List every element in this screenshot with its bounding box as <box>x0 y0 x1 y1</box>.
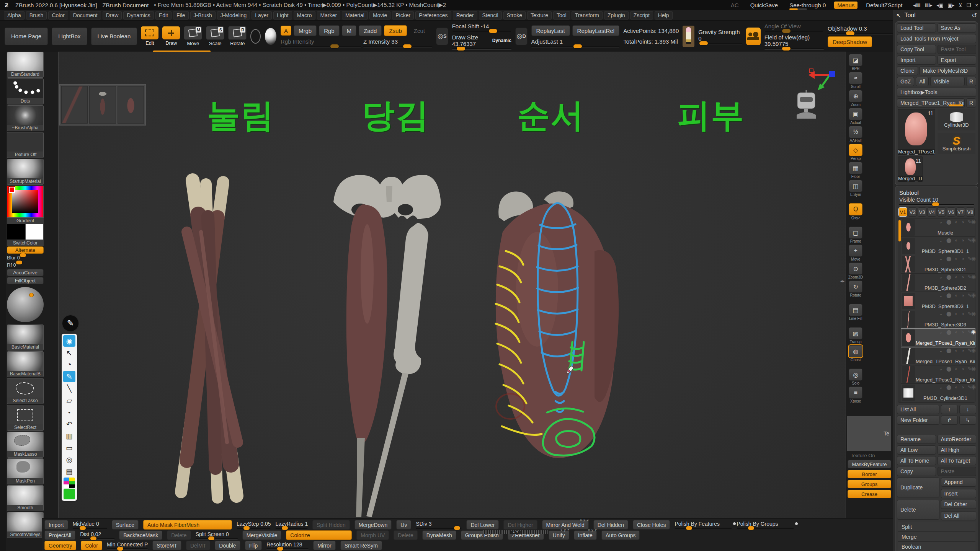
eye-icon[interactable]: ◉ <box>63 335 75 347</box>
blur-slider[interactable]: Blur 0 <box>7 255 44 261</box>
rename-button[interactable]: Rename <box>897 435 936 444</box>
dock-collapse-icon[interactable]: ↖ <box>896 12 901 19</box>
bottom-bar-control[interactable]: Close Holes <box>633 520 670 530</box>
subtool-item-icons[interactable]: ⌄ ⬤ ◐ ◑ ✎ <box>939 366 973 372</box>
eye-icon[interactable]: ◉ <box>971 329 976 335</box>
delete-button[interactable]: Delete <box>897 500 939 520</box>
dots-stroke-icon[interactable]: ◎D <box>515 28 528 45</box>
bottom-bar-control[interactable]: Split Screen 0 <box>196 531 238 539</box>
secondary-color-swatch[interactable] <box>25 224 44 240</box>
right-shelf-button[interactable]: ⊙ Zoom3D <box>848 262 863 279</box>
cylinder3d-tool[interactable]: Cylinder3D <box>938 109 975 130</box>
switch-color-swatches[interactable] <box>7 224 44 240</box>
draw-size-slider[interactable]: Draw Size 43.76337Dynamic <box>452 34 511 49</box>
move-mode-button[interactable]: M Move <box>184 26 202 46</box>
bottom-bar-control[interactable]: Colorize <box>286 530 352 540</box>
right-shelf-button[interactable]: ▤ Line Fill <box>849 304 862 321</box>
menu-item[interactable]: J-Brush <box>190 11 216 20</box>
bottom-bar-control[interactable]: Flip <box>245 541 262 550</box>
menu-item[interactable]: J-Modeling <box>217 11 250 20</box>
draw-mode-button[interactable]: Draw <box>162 26 180 46</box>
goz-all-button[interactable]: All <box>916 77 929 86</box>
eye-icon[interactable]: ◉ <box>971 347 976 353</box>
bottom-bar-control[interactable]: Morph UV <box>356 530 389 540</box>
all-to-target-button[interactable]: All To Target <box>938 456 977 465</box>
bottom-bar-control[interactable]: Min Connected P <box>107 541 148 549</box>
sidebar-thumb[interactable]: Texture Off <box>7 132 44 158</box>
paste-tool-button[interactable]: Paste Tool <box>938 45 977 54</box>
paste-subtool-button[interactable]: Paste <box>938 467 977 476</box>
subtool-view-tab[interactable]: V5 <box>937 207 946 217</box>
bottom-bar-control[interactable]: Smart ReSym <box>340 541 382 550</box>
rotate-mode-button[interactable]: R Rotate <box>228 26 247 46</box>
menu-item[interactable]: Light <box>273 11 292 20</box>
bottom-bar-control[interactable]: MidValue 0 <box>73 521 107 529</box>
current-brush-icon[interactable] <box>250 29 261 44</box>
all-high-button[interactable]: All High <box>938 445 977 455</box>
eye-icon[interactable]: ◉ <box>971 274 976 280</box>
color-picker[interactable] <box>7 186 44 218</box>
quicksave-button[interactable]: QuickSave <box>747 2 781 8</box>
bottom-bar-control[interactable]: ProjectAll <box>44 530 75 540</box>
bottom-bar-control[interactable]: SDiv 3 <box>416 521 462 529</box>
goz-r-button[interactable]: R <box>966 77 976 86</box>
menu-item[interactable]: Tool <box>553 11 570 20</box>
right-shelf-button[interactable]: Q Qxyz <box>849 203 862 220</box>
autoreorder-button[interactable]: AutoReorder <box>938 435 977 444</box>
right-shelf-button[interactable]: ≡ Xpose <box>849 386 862 403</box>
redo-history-icon[interactable]: ‖‖‖▸ <box>923 2 934 8</box>
mask-by-feature-button[interactable]: MaskByFeature <box>848 460 891 468</box>
clone-button[interactable]: Clone <box>897 66 918 75</box>
history-thumb-1[interactable] <box>61 86 88 124</box>
pen-menu-button[interactable]: ✎ <box>62 315 79 332</box>
right-shelf-button[interactable]: ◇ Persp <box>849 144 862 161</box>
right-shelf-button[interactable]: ½ AAHalf <box>849 126 862 143</box>
current-tool-thumbnail[interactable]: 11 Merged_TPose1_ <box>898 109 935 155</box>
subtool-item-icons[interactable]: ⌄ ⬤ ◐ ◑ ✎ <box>939 311 973 316</box>
right-shelf-button[interactable]: ◎ Solo <box>849 368 862 385</box>
move-up-icon[interactable]: ↑ <box>941 405 958 414</box>
bottom-bar-control[interactable]: StoreMT <box>152 541 181 550</box>
eraser-icon[interactable]: ▱ <box>63 395 75 406</box>
menus-toggle[interactable]: Menus <box>834 2 858 9</box>
camera-icon[interactable]: ◎ <box>63 454 75 465</box>
palette-icon[interactable] <box>64 478 75 488</box>
gravity-pencil-icon[interactable] <box>683 26 694 47</box>
goz-button[interactable]: GoZ <box>897 77 914 86</box>
menu-item[interactable]: Zscript <box>630 11 653 20</box>
menu-item[interactable]: Texture <box>527 11 552 20</box>
texture-preview-box[interactable]: Te <box>848 416 891 451</box>
a-button[interactable]: A <box>281 26 291 36</box>
bottom-bar-control[interactable]: Split Hidden <box>312 520 350 530</box>
switchcolor-label[interactable]: SwitchColor <box>7 240 44 246</box>
subtool-item[interactable]: ⌄ ⬤ ◐ ◑ ✎ ◉ PM3D_Sphere3D1 <box>901 255 975 274</box>
active-tool-r-button[interactable]: R <box>966 98 976 108</box>
sdiv-divider-handle[interactable]: ▲▼ <box>483 530 548 534</box>
bottom-bar-control[interactable]: MergeDown <box>354 520 392 530</box>
list-all-button[interactable]: List All <box>897 405 939 414</box>
whiteboard-icon[interactable]: ▭ <box>63 442 75 453</box>
right-shelf-button[interactable]: ↻ Rotate <box>849 280 862 297</box>
bottom-bar-control[interactable]: Polish By Groups <box>737 521 794 529</box>
menu-item[interactable]: Draw <box>103 11 122 20</box>
edit-mode-button[interactable]: Edit <box>141 26 158 46</box>
move-into-folder-icon[interactable]: ↳ <box>959 416 976 425</box>
menu-item[interactable]: Marker <box>317 11 341 20</box>
subtool-item[interactable]: ⌄ ⬤ ◐ ◑ ✎ ◉ Merged_TPose1_Ryan_Kingslie <box>901 329 975 347</box>
active-tool-button[interactable]: Merged_TPose1_Ryan_Kingsli <box>897 98 965 108</box>
right-shelf-button[interactable]: ◍ Ghost <box>849 345 862 362</box>
axis-gizmo[interactable] <box>807 67 836 91</box>
menu-item[interactable]: Help <box>655 11 673 20</box>
menu-item[interactable]: Material <box>342 11 368 20</box>
duplicate-button[interactable]: Duplicate <box>897 478 939 497</box>
subtool-section-title[interactable]: Subtool <box>897 188 976 197</box>
sidebar-thumb[interactable]: Dots <box>7 78 44 104</box>
close-icon[interactable]: × <box>973 2 980 8</box>
robot-head-widget[interactable] <box>794 90 818 120</box>
sidebar-thumb[interactable]: SelectRect <box>7 405 44 431</box>
tool-refresh-icon[interactable]: ↺ <box>972 12 977 19</box>
subtool-item-icons[interactable]: ⌄ ⬤ ◐ ◑ ✎ <box>939 274 973 280</box>
menu-item[interactable]: Preferences <box>415 11 451 20</box>
gradient-label[interactable]: Gradient <box>7 218 44 224</box>
paste-config-icon[interactable]: ▣▸ <box>945 2 956 8</box>
